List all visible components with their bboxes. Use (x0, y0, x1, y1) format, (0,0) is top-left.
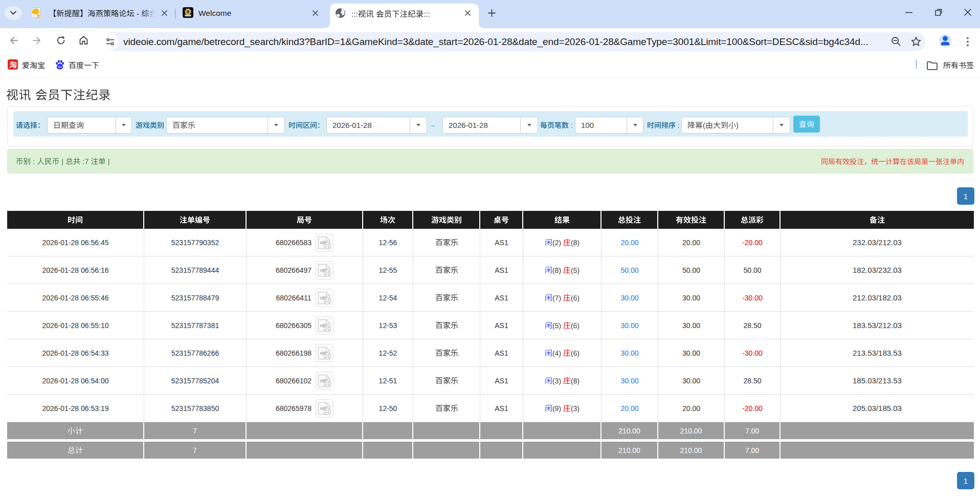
svg-text:du: du (58, 65, 62, 69)
